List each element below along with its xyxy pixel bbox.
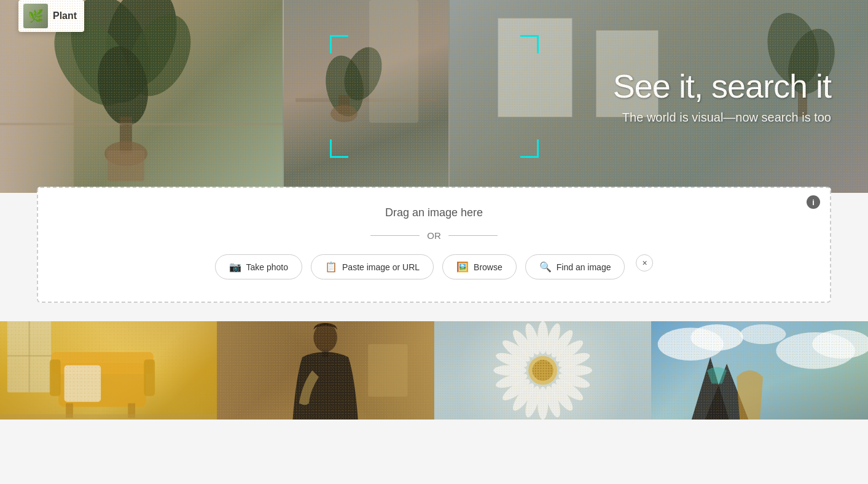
svg-point-51: [553, 337, 585, 365]
browse-icon: 🖼️: [456, 261, 469, 273]
svg-point-50: [548, 327, 576, 360]
paste-icon: 📋: [325, 261, 337, 273]
svg-point-13: [337, 42, 388, 106]
svg-point-12: [321, 53, 368, 120]
svg-point-4: [92, 42, 154, 130]
hero-subtitle: The world is visual—now search is too: [613, 111, 831, 125]
svg-point-42: [314, 323, 338, 352]
svg-rect-5: [120, 117, 132, 154]
svg-point-67: [522, 322, 542, 356]
svg-rect-7: [108, 150, 144, 181]
svg-rect-18: [284, 0, 448, 193]
svg-rect-72: [651, 321, 868, 420]
close-icon: ×: [642, 258, 647, 268]
svg-point-1: [95, 0, 187, 96]
svg-rect-79: [651, 321, 868, 420]
svg-rect-14: [338, 95, 350, 114]
svg-rect-32: [51, 352, 154, 374]
svg-point-75: [776, 332, 854, 369]
svg-rect-16: [369, 0, 418, 123]
svg-point-58: [538, 387, 548, 420]
svg-point-15: [330, 105, 358, 122]
gallery-item-2[interactable]: [217, 321, 434, 420]
action-buttons: 📷 Take photo 📋 Paste image or URL 🖼️ Bro…: [50, 254, 818, 279]
plant-badge: 🌿 Plant: [18, 0, 84, 32]
svg-rect-34: [128, 404, 135, 418]
svg-point-68: [528, 356, 557, 384]
hero-title: See it, search it: [613, 68, 831, 104]
paste-image-label: Paste image or URL: [342, 262, 420, 272]
svg-point-71: [532, 360, 553, 381]
svg-point-73: [657, 327, 723, 361]
svg-point-56: [548, 381, 576, 413]
svg-rect-47: [434, 321, 651, 420]
or-divider: OR: [50, 230, 818, 241]
svg-point-66: [509, 327, 537, 360]
svg-rect-40: [0, 321, 217, 420]
svg-rect-37: [65, 365, 101, 402]
svg-point-54: [557, 370, 591, 391]
svg-rect-31: [58, 363, 146, 407]
hero-image-2: [283, 0, 448, 193]
svg-point-64: [494, 350, 528, 370]
dropzone: i Drag an image here OR 📷 Take photo 📋 P…: [37, 187, 831, 303]
find-image-button[interactable]: 🔍 Find an image: [525, 254, 625, 279]
hero-section: 🌿 Plant See it, search it The world is v…: [0, 0, 868, 193]
paste-image-button[interactable]: 📋 Paste image or URL: [311, 254, 434, 279]
svg-rect-41: [217, 321, 434, 420]
browse-button[interactable]: 🖼️ Browse: [442, 254, 517, 279]
svg-rect-33: [66, 404, 73, 418]
svg-point-57: [542, 384, 563, 419]
search-icon: 🔍: [539, 261, 552, 273]
svg-point-48: [538, 321, 548, 354]
take-photo-label: Take photo: [246, 262, 289, 272]
svg-point-76: [812, 330, 868, 359]
svg-rect-46: [217, 321, 434, 420]
plant-badge-thumbnail: 🌿: [23, 4, 48, 28]
close-button[interactable]: ×: [636, 254, 653, 271]
svg-point-61: [499, 376, 532, 404]
camera-icon: 📷: [229, 261, 241, 273]
plant-badge-label: Plant: [53, 10, 77, 21]
svg-point-6: [104, 141, 147, 166]
svg-point-3: [117, 5, 203, 106]
svg-point-60: [509, 381, 537, 413]
svg-point-77: [740, 324, 786, 344]
svg-point-53: [559, 365, 592, 375]
svg-point-62: [494, 370, 528, 391]
info-icon[interactable]: i: [807, 195, 820, 209]
svg-point-74: [690, 324, 743, 351]
svg-point-65: [499, 337, 532, 365]
svg-rect-20: [498, 18, 572, 117]
browse-label: Browse: [474, 262, 502, 272]
take-photo-button[interactable]: 📷 Take photo: [215, 254, 303, 279]
gallery-grid: [0, 321, 868, 420]
drag-text: Drag an image here: [50, 206, 818, 219]
svg-rect-28: [7, 321, 51, 392]
svg-rect-27: [0, 321, 217, 420]
svg-rect-43: [323, 349, 329, 357]
svg-rect-35: [50, 359, 61, 396]
gallery-item-4[interactable]: [651, 321, 868, 420]
gallery-item-3[interactable]: [434, 321, 651, 420]
svg-rect-36: [144, 359, 155, 396]
svg-rect-44: [368, 344, 407, 397]
svg-point-59: [522, 384, 542, 419]
svg-rect-38: [0, 414, 217, 420]
svg-point-55: [553, 376, 585, 404]
svg-point-63: [493, 365, 526, 375]
svg-point-69: [532, 360, 553, 381]
hero-text-block: See it, search it The world is visual—no…: [613, 68, 831, 125]
svg-point-52: [557, 350, 591, 370]
find-image-label: Find an image: [557, 262, 611, 272]
svg-point-49: [542, 322, 563, 356]
gallery-item-1[interactable]: [0, 321, 217, 420]
svg-rect-11: [295, 98, 437, 102]
